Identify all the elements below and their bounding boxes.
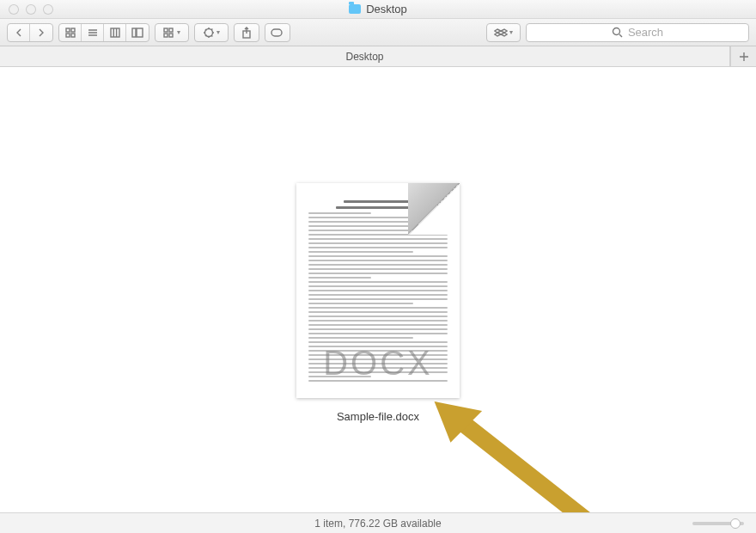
arrange-button[interactable]: ▾: [155, 23, 189, 42]
slider-knob[interactable]: [730, 518, 741, 529]
svg-rect-6: [137, 28, 143, 37]
tags-button[interactable]: [265, 23, 290, 42]
window-title: Desktop: [0, 3, 756, 15]
svg-rect-0: [66, 28, 70, 32]
back-button[interactable]: [8, 24, 30, 41]
action-button[interactable]: ▾: [194, 23, 229, 42]
file-name-label[interactable]: Sample-file.docx: [296, 410, 460, 423]
plus-icon: [739, 52, 749, 62]
window-titlebar: Desktop: [0, 0, 756, 19]
forward-button[interactable]: [30, 24, 52, 41]
svg-rect-5: [132, 28, 136, 37]
view-mode-segmented: [58, 23, 149, 42]
status-bar: 1 item, 776.22 GB available: [0, 512, 756, 533]
search-icon: [612, 27, 623, 38]
search-field[interactable]: Search: [526, 23, 749, 42]
svg-rect-8: [169, 28, 173, 32]
new-tab-button[interactable]: [730, 46, 756, 66]
status-text: 1 item, 776.22 GB available: [314, 518, 441, 530]
icon-size-slider[interactable]: [692, 522, 744, 525]
svg-point-14: [613, 28, 619, 35]
dropbox-button[interactable]: ▾: [486, 23, 521, 42]
file-extension-badge: DOCX: [296, 344, 460, 383]
nav-back-forward: [7, 23, 53, 42]
svg-rect-3: [71, 34, 75, 37]
window-title-text: Desktop: [366, 3, 407, 15]
view-gallery-button[interactable]: [126, 24, 149, 41]
toolbar: ▾ ▾ ▾ Search: [0, 19, 756, 46]
document-icon: DOCX: [296, 183, 460, 398]
search-placeholder: Search: [628, 26, 663, 39]
svg-rect-10: [169, 34, 173, 37]
svg-rect-9: [164, 34, 168, 37]
view-list-button[interactable]: [82, 24, 104, 41]
svg-rect-1: [71, 28, 75, 32]
svg-rect-7: [164, 28, 168, 32]
view-icons-button[interactable]: [59, 24, 82, 41]
svg-rect-13: [271, 29, 282, 36]
page-curl-icon: [408, 183, 460, 235]
svg-rect-4: [111, 28, 119, 37]
tab-bar: Desktop: [0, 46, 756, 67]
svg-rect-2: [66, 34, 70, 37]
tab-label: Desktop: [345, 51, 383, 63]
file-browser-content[interactable]: DOCX Sample-file.docx: [0, 67, 756, 512]
folder-icon: [349, 4, 361, 14]
view-columns-button[interactable]: [104, 24, 126, 41]
file-item[interactable]: DOCX Sample-file.docx: [296, 183, 460, 423]
tab-desktop[interactable]: Desktop: [0, 46, 730, 66]
share-button[interactable]: [234, 23, 259, 42]
